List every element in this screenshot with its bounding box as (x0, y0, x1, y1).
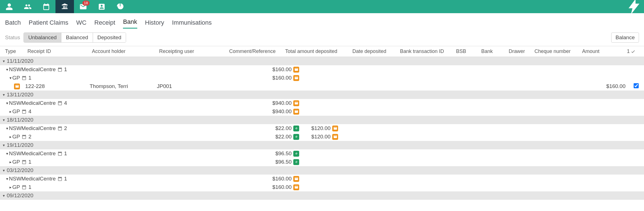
expand-caret-icon[interactable] (8, 109, 12, 114)
expand-caret-icon[interactable] (8, 76, 12, 80)
amount-cell: $22.00 (157, 125, 301, 131)
gp-name: GP (12, 75, 20, 81)
tab-patient-claims[interactable]: Patient Claims (29, 19, 68, 29)
expand-caret-icon[interactable] (8, 160, 12, 164)
col-bank-tx-id[interactable]: Bank transaction ID (398, 48, 454, 54)
col-receipt-id[interactable]: Receipt ID (25, 48, 90, 54)
amount-cell-extra: $120.00 (305, 125, 338, 131)
col-bank[interactable]: Bank (479, 48, 506, 54)
date-group-row[interactable]: 11/11/2020 (0, 57, 644, 65)
expand-caret-icon[interactable] (5, 67, 9, 72)
detail-row[interactable]: 122-228Thompson, TerriJP001$160.00 (0, 82, 644, 91)
centre-row[interactable]: NSWMedicalCentre4$940.00 (0, 99, 644, 107)
nav-icon-user[interactable] (0, 0, 18, 13)
expand-caret-icon[interactable] (5, 177, 9, 181)
detail-amount: $160.00 (585, 83, 628, 89)
col-drawer[interactable]: Drawer (506, 48, 532, 54)
tab-immunisations[interactable]: Immunisations (172, 19, 212, 29)
payment-chip-green (293, 134, 299, 140)
expand-caret-icon[interactable] (5, 126, 9, 131)
col-receipting-user[interactable]: Receipting user (157, 48, 227, 54)
expand-caret-icon[interactable] (8, 185, 12, 189)
col-cheque-number[interactable]: Cheque number (532, 48, 580, 54)
expand-caret-icon[interactable] (2, 193, 6, 198)
col-select-count-value: 1 (627, 48, 630, 54)
nav-icon-help[interactable] (626, 0, 644, 13)
gp-count: 1 (28, 184, 31, 190)
expand-caret-icon[interactable] (5, 151, 9, 156)
centre-row[interactable]: NSWMedicalCentre1$160.00 (0, 175, 644, 183)
gp-row[interactable]: GP4$940.00 (0, 107, 644, 116)
expand-caret-icon[interactable] (2, 92, 6, 97)
centre-name: NSWMedicalCentre (9, 176, 56, 182)
expand-caret-icon[interactable] (2, 59, 6, 63)
status-pill-balanced[interactable]: Balanced (61, 33, 93, 42)
expand-caret-icon[interactable] (5, 101, 9, 105)
col-total-deposited[interactable]: Total amount deposited (283, 48, 350, 54)
amount-cell: $160.00 (157, 66, 301, 73)
centre-name: NSWMedicalCentre (9, 100, 56, 106)
expand-caret-icon[interactable] (2, 118, 6, 122)
col-amount[interactable]: Amount (580, 48, 623, 54)
payment-chip-green (293, 159, 299, 165)
expand-caret-icon[interactable] (2, 168, 6, 173)
centre-row[interactable]: NSWMedicalCentre2$22.00$120.00 (0, 124, 644, 133)
expand-caret-icon[interactable] (8, 135, 12, 139)
col-comment[interactable]: Comment/Reference (227, 48, 283, 54)
payment-chip-orange (293, 176, 299, 182)
gp-row[interactable]: GP2$22.00$120.00 (0, 133, 644, 141)
amount-cell: $96.50 (157, 150, 301, 157)
payment-chip-orange (293, 100, 299, 106)
nav-icon-users[interactable] (18, 0, 37, 13)
detail-select-checkbox[interactable] (634, 83, 639, 88)
date-group-row[interactable]: 09/12/2020 (0, 191, 644, 200)
tab-wc[interactable]: WC (76, 19, 87, 29)
gp-row[interactable]: GP1$160.00 (0, 183, 644, 191)
amount-value: $22.00 (269, 134, 292, 140)
payment-chip-orange (332, 134, 338, 140)
detail-account-holder: Thompson, Terri (90, 83, 157, 89)
amount-value: $160.00 (269, 176, 292, 182)
tab-history[interactable]: History (145, 19, 164, 29)
balance-button[interactable]: Balance (611, 33, 639, 43)
calendar-icon (22, 134, 27, 139)
nav-icon-pie[interactable] (111, 0, 129, 13)
col-select-count[interactable]: 1 (623, 48, 639, 54)
col-date-deposited[interactable]: Date deposited (350, 48, 398, 54)
nav-icon-billing[interactable]: $ (55, 0, 74, 13)
tab-bank[interactable]: Bank (123, 18, 137, 29)
status-pill-deposited[interactable]: Deposited (93, 33, 126, 42)
col-account-holder[interactable]: Account holder (90, 48, 157, 54)
amount-cell-extra: $120.00 (305, 134, 338, 140)
payment-chip-orange (14, 84, 20, 89)
centre-row[interactable]: NSWMedicalCentre1$160.00 (0, 65, 644, 74)
payment-chip-orange (293, 75, 299, 81)
gp-name: GP (12, 134, 20, 140)
svg-text:$: $ (64, 5, 66, 9)
status-label: Status (5, 34, 20, 41)
date-group-row[interactable]: 03/12/2020 (0, 166, 644, 175)
tab-batch[interactable]: Batch (5, 19, 21, 29)
col-type[interactable]: Type (0, 48, 25, 54)
nav-icon-contacts[interactable] (92, 0, 111, 13)
gp-row[interactable]: GP1$160.00 (0, 74, 644, 82)
amount-value: $940.00 (269, 100, 292, 106)
calendar-icon (57, 126, 62, 131)
amount-cell: $160.00 (157, 184, 301, 190)
date-group-row[interactable]: 18/11/2020 (0, 116, 644, 124)
nav-icon-calendar[interactable] (37, 0, 55, 13)
centre-row[interactable]: NSWMedicalCentre1$96.50 (0, 149, 644, 158)
date-group-row[interactable]: 13/11/2020 (0, 91, 644, 99)
amount-value: $96.50 (269, 150, 292, 157)
nav-icon-mail[interactable]: 18 (74, 0, 92, 13)
col-bsb[interactable]: BSB (454, 48, 479, 54)
calendar-icon (57, 101, 62, 106)
expand-caret-icon[interactable] (2, 143, 6, 147)
status-pill-unbalanced[interactable]: Unbalanced (24, 33, 61, 42)
date-group-row[interactable]: 19/11/2020 (0, 141, 644, 149)
amount-value: $96.50 (269, 159, 292, 165)
calendar-icon (57, 176, 62, 181)
mail-badge: 18 (82, 1, 90, 6)
gp-row[interactable]: GP1$96.50 (0, 158, 644, 166)
tab-receipt[interactable]: Receipt (94, 19, 115, 29)
